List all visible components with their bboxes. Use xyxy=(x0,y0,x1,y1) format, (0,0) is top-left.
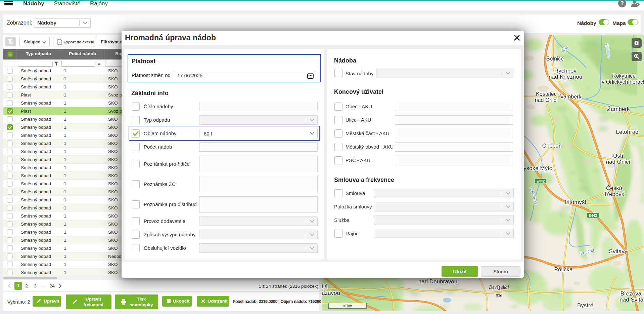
svg-text:nad Svitav: nad Svitav xyxy=(619,297,644,303)
svg-text:nad Doubravou: nad Doubravou xyxy=(418,278,457,285)
svg-text:nad Orlicí: nad Orlicí xyxy=(606,159,631,165)
svg-text:836: 836 xyxy=(496,293,502,298)
svg-text:Choceň: Choceň xyxy=(542,143,562,149)
svg-text:10 km: 10 km xyxy=(342,304,352,308)
svg-text:ětlá: ětlá xyxy=(322,283,328,289)
svg-text:Vamberk: Vamberk xyxy=(560,94,582,100)
svg-text:E442: E442 xyxy=(537,179,545,183)
svg-text:Rychnov: Rychnov xyxy=(554,68,577,74)
svg-text:Ústí: Ústí xyxy=(613,153,624,159)
svg-text:x: x xyxy=(59,41,60,44)
svg-text:nad Orlicí: nad Orlicí xyxy=(535,97,558,103)
svg-text:Rokytnice: Rokytnice xyxy=(612,73,636,79)
svg-text:Litomyšl: Litomyšl xyxy=(565,199,586,205)
svg-text:ázavou: ázavou xyxy=(322,290,340,296)
svg-text:Vysoké Mýto: Vysoké Mýto xyxy=(520,165,553,171)
svg-text:v Orlických horách: v Orlických horách xyxy=(602,79,644,85)
svg-text:Březová: Březová xyxy=(620,290,642,297)
svg-text:Solnice: Solnice xyxy=(546,56,564,62)
svg-text:Žamberk: Žamberk xyxy=(607,106,630,112)
svg-text:Česká: Česká xyxy=(606,185,623,191)
svg-text:Letohrad: Letohrad xyxy=(616,129,638,135)
svg-text:Třebová: Třebová xyxy=(604,191,625,197)
svg-text:Bystré: Bystré xyxy=(577,302,593,309)
svg-text:Kostelec: Kostelec xyxy=(536,91,556,97)
svg-text:nad Kněžnou: nad Kněžnou xyxy=(549,74,582,80)
svg-text:Polička: Polička xyxy=(554,266,573,273)
svg-text:Svitavy: Svitavy xyxy=(609,248,628,254)
svg-text:E442: E442 xyxy=(589,213,597,218)
